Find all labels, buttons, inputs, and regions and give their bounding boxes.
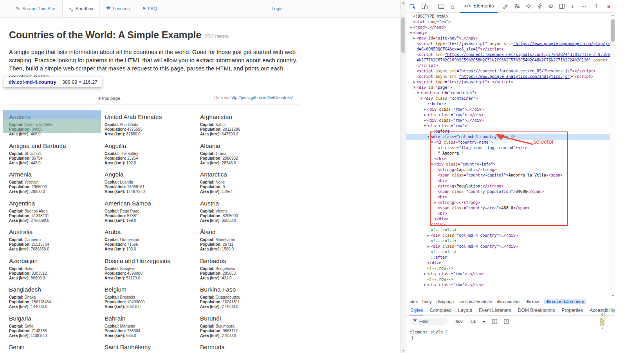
tab-dom-breakpoints[interactable]: DOM Breakpoints (518, 305, 555, 315)
scrollbar-thumb[interactable] (611, 19, 615, 42)
scroll-up-icon[interactable]: ▲ (400, 1, 406, 4)
dom-tree-line[interactable]: <html lang="en"> (406, 19, 615, 25)
tab-event-listeners[interactable]: Event Listeners (479, 305, 511, 315)
dom-tree-line[interactable]: <!DOCTYPE html> (406, 14, 615, 19)
expand-arrow-icon[interactable]: ▶ (423, 107, 427, 112)
dom-tree-line[interactable]: ▼<h3 class="country-name"> (406, 140, 615, 145)
dom-tree-line[interactable]: </script> (406, 63, 615, 68)
login-link[interactable]: Login (272, 6, 283, 11)
brand-link[interactable]: ✎ Scrape This Site (16, 0, 55, 17)
dom-tree-line[interactable]: ▼<div class="country-info"> (406, 162, 615, 167)
tab-properties[interactable]: Properties (562, 305, 583, 315)
scrollbar-thumb[interactable] (600, 318, 604, 326)
dom-tree-line[interactable]: ▼<div class="container"> (406, 96, 615, 101)
styles-filter-input[interactable] (419, 319, 445, 324)
dom-tree-line[interactable]: ▶<head>…</head> (406, 25, 615, 30)
dom-tree-line[interactable]: 4%2C77%2C67%2C109%2C59%2C58%2C31%2C96%2C… (406, 58, 615, 63)
dom-tree-line[interactable]: </h3> (406, 156, 615, 162)
dom-tree-line[interactable]: <span class="country-population">84000</… (406, 189, 615, 195)
dom-tree-line[interactable]: ▶<script type="text/javascript">…</scrip… (406, 79, 615, 85)
dom-tree-line[interactable]: <script type="text/javascript" async src… (406, 41, 615, 47)
dom-tree-line[interactable]: <br> (406, 195, 615, 200)
tab-styles[interactable]: Styles (410, 305, 423, 315)
close-devtools-icon[interactable]: × (605, 3, 612, 10)
dom-tree-line[interactable]: ::before (406, 101, 615, 107)
scroll-up-icon[interactable]: ▲ (601, 308, 604, 311)
breadcrumb-item[interactable]: div.container (497, 299, 521, 304)
nav-item-lessons[interactable]: Lessons (100, 0, 136, 17)
dom-tree-line[interactable]: </div> (406, 222, 615, 227)
styles-scrollbar[interactable]: ▲ 0 ▼ (599, 308, 605, 333)
tab-computed[interactable]: Computed (430, 305, 451, 315)
expand-arrow-icon[interactable]: ▼ (430, 140, 434, 145)
wifi-icon[interactable] (525, 3, 532, 10)
help-icon[interactable]: ? (593, 3, 600, 10)
expand-arrow-icon[interactable]: ▶ (409, 25, 413, 30)
issues-icon[interactable] (503, 3, 509, 10)
dom-tree-line[interactable]: ▼<section id="countries"> (406, 90, 615, 96)
dom-tree-line[interactable]: ▶<div class="row">…</div> (406, 107, 615, 112)
dom-tree-line[interactable]: <script src="https://connect.facebook.ne… (406, 52, 615, 58)
dom-tree-line[interactable]: ▼<div id="page"> (406, 85, 615, 90)
dom-tree-line[interactable]: ▶<div class="row">…</div> (406, 271, 615, 277)
breadcrumb-item[interactable]: div.row (525, 299, 539, 304)
layout-panels-icon[interactable] (559, 3, 565, 10)
dom-tree-line[interactable]: </div> (406, 260, 615, 266)
device-emulation-icon[interactable] (421, 3, 428, 10)
home-icon[interactable]: ⌂ (450, 3, 455, 10)
dom-tree-line[interactable]: d=G-09N5RQCFG4&cx=c&_slc=1"></script> (406, 47, 615, 52)
computed-grid-icon[interactable] (492, 319, 497, 324)
data-source-link[interactable]: http://peric.github.io/GetCountries/ (231, 95, 293, 100)
panel-layout-icon[interactable] (438, 3, 445, 10)
expand-arrow-icon[interactable]: ▶ (433, 200, 438, 205)
expand-arrow-icon[interactable]: ▼ (416, 90, 420, 96)
expand-arrow-icon[interactable]: ▼ (419, 96, 424, 101)
performance-icon[interactable] (537, 3, 543, 10)
dom-tree-line[interactable]: <span class="country-area">468.0</span> (406, 205, 615, 211)
dom-tree-line[interactable]: " Andorra " (406, 151, 615, 156)
expand-arrow-icon[interactable]: ▶ (423, 118, 427, 123)
dom-tree-line[interactable]: ▶<div class="col-md-4 country">…</div> (406, 244, 615, 249)
dom-tree-line[interactable]: ▼<div class="col-md-4 country"> == $0 (406, 134, 615, 140)
dom-tree-line[interactable]: <strong>Population:</strong> (406, 184, 615, 189)
dom-tree-line[interactable]: <!--.row--> (406, 266, 615, 271)
expand-arrow-icon[interactable]: ▶ (412, 36, 417, 41)
dom-tree-line[interactable]: ▼<body> (406, 30, 615, 36)
breadcrumb-item[interactable]: div.col-md-4.country (544, 299, 586, 304)
settings-gear-icon[interactable]: ⚙ (548, 3, 553, 10)
breadcrumb-item[interactable]: html (409, 299, 418, 304)
element-style-selector[interactable]: element.style (409, 330, 443, 335)
breadcrumb-item[interactable]: body (422, 299, 432, 304)
dom-tree-line[interactable]: ▶<strong>…</strong> (406, 200, 615, 205)
scroll-down-icon[interactable]: ▼ (610, 294, 615, 297)
expand-arrow-icon[interactable]: ▼ (426, 134, 431, 140)
dom-tree-line[interactable]: <!--.col--> (406, 249, 615, 255)
expand-arrow-icon[interactable]: ▶ (423, 271, 427, 277)
expand-arrow-icon[interactable]: ▶ (423, 112, 427, 118)
dom-tree-line[interactable]: ▶<div class="row">…</div> (406, 118, 615, 123)
dom-tree-line[interactable]: <!--.col--> (406, 227, 615, 233)
dom-tree-line[interactable]: </div> (406, 216, 615, 222)
dom-tree-line[interactable]: <span class="country-capital">Andorra la… (406, 173, 615, 178)
nav-item-faq[interactable]: ⚑ FAQ (136, 0, 163, 17)
inspect-element-icon[interactable] (409, 3, 416, 10)
dom-tree-line[interactable]: <script async src="https://www.google-an… (406, 74, 615, 79)
network-conditions-icon[interactable] (514, 3, 520, 10)
expand-arrow-icon[interactable]: ▼ (430, 162, 434, 167)
dom-tree-line[interactable]: <br> (406, 178, 615, 184)
open-styles-panel-icon[interactable] (504, 319, 509, 324)
dom-tree-line[interactable]: ▼<div class="row"> (406, 123, 615, 129)
dom-tree-line[interactable]: ▶<div class="row">…</div> (406, 282, 615, 288)
dom-tree-line[interactable]: <i class="flag-icon flag-icon-ad"></i> (406, 145, 615, 151)
expand-arrow-icon[interactable]: ▶ (426, 244, 431, 249)
class-toggle[interactable]: .cls (469, 319, 476, 324)
dom-tree-line[interactable]: <br> (406, 211, 615, 216)
expand-arrow-icon[interactable]: ▼ (423, 123, 427, 129)
scroll-down-icon[interactable]: ▼ (601, 326, 604, 330)
dom-tree-line[interactable]: <script async src="https://connect.faceb… (406, 68, 615, 74)
scrollbar-thumb[interactable] (401, 17, 405, 53)
expand-arrow-icon[interactable]: ▼ (412, 85, 417, 90)
dom-tree-line[interactable]: <!--.row--> (406, 277, 615, 282)
scroll-up-icon[interactable]: ▲ (610, 14, 615, 16)
add-panel-icon[interactable]: + (570, 3, 575, 10)
